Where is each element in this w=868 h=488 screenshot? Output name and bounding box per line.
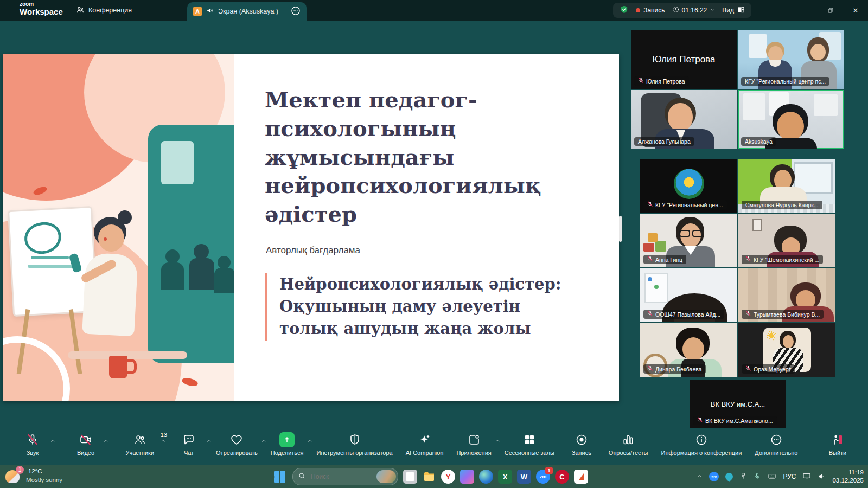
search-input[interactable] — [310, 472, 372, 481]
participants-button[interactable]: 13 Участники — [119, 427, 169, 456]
chat-icon — [182, 432, 195, 448]
notification-badge: 1 — [16, 466, 24, 474]
tab-screen-share[interactable]: A Экран (Aksuskaya ) — [187, 2, 307, 21]
mic-off-icon — [638, 78, 644, 85]
search-box[interactable] — [292, 468, 398, 485]
sparkle-icon — [418, 432, 431, 448]
video-tile[interactable]: Динара Бекбаева — [640, 323, 737, 377]
security-shield-icon[interactable] — [620, 5, 629, 16]
speaker-sound-icon — [206, 7, 214, 16]
leave-icon — [831, 432, 844, 448]
pin-tray-icon[interactable] — [724, 471, 735, 482]
video-tile[interactable]: Турымтаева Бибинур В... — [738, 268, 835, 322]
taskbar-clock[interactable]: 11:19 03.12.2025 — [832, 468, 864, 485]
more-button[interactable]: Дополнительно — [748, 427, 804, 456]
folder-explorer-icon[interactable] — [422, 470, 436, 484]
participant-name-label: КГУ "Региональный центр пс... — [745, 78, 826, 85]
tab-meeting-label: Конференция — [88, 7, 132, 14]
yandex-browser-icon[interactable]: Y — [441, 470, 455, 484]
shield-icon — [348, 432, 361, 448]
display-icon[interactable] — [802, 472, 811, 481]
audio-button[interactable]: Звук — [12, 427, 53, 456]
chat-button[interactable]: Чат — [168, 427, 209, 456]
tab-more-icon[interactable] — [290, 5, 301, 18]
polls-button[interactable]: Опросы/тесты — [602, 427, 655, 456]
mic-off-icon — [647, 256, 653, 263]
video-tile[interactable]: ООШ47 Пазылова Айд... — [640, 268, 737, 322]
video-tile[interactable]: КГУ "Региональный цен... — [640, 159, 737, 213]
copilot-icon[interactable] — [460, 470, 474, 484]
weather-icon: 1 — [5, 468, 22, 484]
participant-name-label: Алжанова Гульнара — [638, 138, 691, 145]
share-screen-button[interactable]: Поделиться — [264, 427, 310, 456]
mic-off-icon — [745, 365, 751, 373]
polls-icon — [622, 432, 635, 448]
language-indicator[interactable]: РУС — [783, 473, 796, 480]
record-dot-icon — [636, 8, 640, 12]
apps-icon — [468, 432, 481, 448]
zoom-logo-icon — [7, 4, 16, 14]
start-icon[interactable] — [271, 468, 288, 485]
record-button[interactable]: Запись — [561, 427, 602, 456]
audio-chevron-icon[interactable] — [50, 436, 55, 446]
tab-screen-label: Экран (Aksuskaya ) — [218, 8, 278, 15]
restore-button[interactable] — [818, 0, 843, 21]
weather-condition: Mostly sunny — [26, 476, 62, 485]
excel-icon[interactable]: X — [498, 470, 512, 484]
view-button[interactable]: Вид — [722, 6, 745, 15]
edge-icon[interactable] — [479, 470, 493, 484]
participant-name-label: ООШ47 Пазылова Айд... — [655, 311, 720, 318]
tab-meeting[interactable]: Конференция — [76, 0, 132, 21]
video-tile[interactable]: ВК ВКУ им.С.А... ВК ВКУ им.С.Аманжоло... — [690, 380, 786, 428]
participant-name-label: Юлия Петрова — [646, 78, 685, 85]
minimize-button[interactable]: — — [793, 0, 818, 21]
mic-off-icon — [647, 365, 653, 373]
meeting-timer[interactable]: 01:16:22 — [672, 6, 716, 15]
chevron-up-icon[interactable] — [696, 473, 703, 480]
participant-name-label: КГУ "Шемонаихинский ... — [754, 256, 819, 263]
video-tile-active-speaker[interactable]: Aksuskaya — [738, 90, 844, 149]
host-tools-button[interactable]: Инструменты организатора — [310, 427, 399, 456]
workspace-chevron-down-icon[interactable] — [53, 7, 60, 16]
meeting-status-pill: Запись 01:16:22 Вид — [613, 3, 751, 18]
clock-date: 03.12.2025 — [832, 477, 864, 485]
zoom-app-icon[interactable]: zm 1 — [536, 470, 550, 484]
microphone-tray-icon[interactable] — [754, 472, 761, 481]
video-tile[interactable]: Юлия Петрова Юлия Петрова — [631, 30, 737, 89]
video-button[interactable]: Видео — [65, 427, 106, 456]
video-tile[interactable]: КГУ "Шемонаихинский ... — [738, 214, 835, 267]
more-icon — [770, 432, 783, 448]
timer-value: 01:16:22 — [682, 7, 707, 14]
shared-screen-slide: Мектеп педагог-психологының жұмысындағы … — [3, 54, 619, 401]
speaker-icon[interactable] — [818, 472, 826, 481]
mic-off-icon — [647, 201, 653, 208]
word-icon[interactable]: W — [517, 470, 531, 484]
video-chevron-icon[interactable] — [103, 436, 108, 446]
participants-chevron-icon[interactable] — [161, 436, 166, 446]
breakout-rooms-button[interactable]: Сессионные залы — [498, 427, 561, 456]
participant-name-label: Ораз Меруерт — [754, 366, 791, 373]
usb-icon[interactable] — [739, 472, 747, 481]
scrollbar-thumb[interactable] — [619, 216, 622, 242]
zoom-tray-icon[interactable]: zm — [709, 472, 719, 481]
featured-video-grid: Юлия Петрова Юлия Петрова КГУ "Региональ… — [631, 30, 844, 149]
search-bing-image[interactable] — [376, 470, 396, 483]
participants-icon — [133, 432, 146, 448]
close-button[interactable]: ✕ — [843, 0, 868, 21]
weather-widget[interactable]: 1 -12°C Mostly sunny — [5, 467, 62, 484]
ai-companion-button[interactable]: AI Companion — [399, 427, 450, 456]
pdf-app-icon[interactable] — [574, 470, 588, 484]
video-tile[interactable]: Алжанова Гульнара — [631, 90, 737, 149]
keyboard-icon[interactable] — [768, 472, 776, 481]
react-button[interactable]: Отреагировать — [209, 427, 264, 456]
red-app-icon[interactable]: C — [555, 470, 569, 484]
video-tile[interactable]: Анна Гинц — [640, 214, 737, 267]
apps-button[interactable]: Приложения — [450, 427, 497, 456]
recording-indicator[interactable]: Запись — [636, 7, 665, 14]
meeting-info-button[interactable]: Информация о конференции — [655, 427, 749, 456]
video-tile[interactable]: Ораз Меруерт — [738, 323, 835, 377]
video-tile[interactable]: Смагулова Нургуль Каирк... — [738, 159, 835, 213]
video-tile[interactable]: КГУ "Региональный центр пс... — [738, 30, 844, 89]
document-app-icon[interactable] — [403, 470, 417, 484]
leave-button[interactable]: Выйти — [817, 427, 858, 456]
